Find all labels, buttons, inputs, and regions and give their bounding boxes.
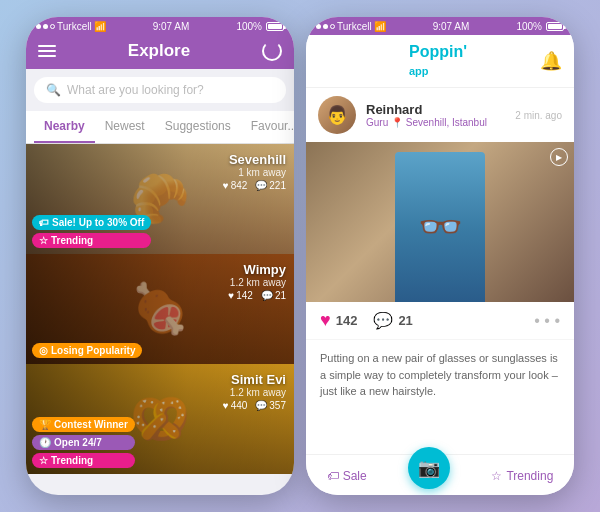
badge-losing-popularity: ◎ Losing Popularity — [32, 343, 142, 358]
heart-icon-1: ♥ — [223, 180, 229, 191]
sevenhill-name: Sevenhill — [223, 152, 286, 167]
poppin-logo: Poppin' app — [409, 43, 467, 79]
nav-trending-label: Trending — [506, 469, 553, 483]
clock-2: 9:07 AM — [433, 21, 470, 32]
wifi-icon: 📶 — [94, 21, 106, 32]
circle-icon: ◎ — [39, 345, 48, 356]
user-name: Reinhard — [366, 102, 505, 117]
menu-line-6 — [318, 65, 336, 67]
battery-percent-2: 100% — [516, 21, 542, 32]
simit-name: Simit Evi — [223, 372, 286, 387]
wimpy-info: Wimpy 1.2 km away ♥ 142 💬 21 — [228, 262, 286, 301]
feed-item-wimpy[interactable]: 🍖 Wimpy 1.2 km away ♥ 142 💬 21 — [26, 254, 294, 364]
search-icon: 🔍 — [46, 83, 61, 97]
status-right-1: 100% — [236, 21, 284, 32]
sevenhill-comment-count: 221 — [269, 180, 286, 191]
badge-open-247: 🕐 Open 24/7 — [32, 435, 135, 450]
status-bar-1: Turkcell 📶 9:07 AM 100% — [26, 17, 294, 35]
menu-line-2 — [38, 50, 56, 52]
tab-nearby[interactable]: Nearby — [34, 111, 95, 143]
signal-dot-3 — [50, 24, 55, 29]
feed-item-sevenhill[interactable]: 🥐 Sevenhill 1 km away ♥ 842 💬 221 — [26, 144, 294, 254]
explore-title: Explore — [128, 41, 190, 61]
carrier-name-2: Turkcell — [337, 21, 372, 32]
battery-fill-1 — [268, 24, 282, 29]
simit-stats: ♥ 440 💬 357 — [223, 400, 286, 411]
search-placeholder: What are you looking for? — [67, 83, 204, 97]
battery-fill-2 — [548, 24, 562, 29]
carrier-name: Turkcell — [57, 21, 92, 32]
comment-action[interactable]: 💬 21 — [373, 311, 412, 330]
menu-line-1 — [38, 45, 56, 47]
status-bar-2: Turkcell 📶 9:07 AM 100% — [306, 17, 574, 35]
post-timestamp: 2 min. ago — [515, 110, 562, 121]
poppin-logo-text: Poppin' — [409, 43, 467, 60]
poppin-phone: Turkcell 📶 9:07 AM 100% Poppin' app — [306, 17, 574, 495]
post-image: 👓 ▶ — [306, 142, 574, 302]
poppin-header: Poppin' app 🔔 — [306, 35, 574, 88]
tabs-bar: Nearby Newest Suggestions Favour... — [26, 111, 294, 144]
nav-sale[interactable]: 🏷 Sale — [327, 469, 367, 483]
battery-icon-2 — [546, 22, 564, 31]
refresh-button[interactable] — [262, 41, 282, 61]
menu-line-4 — [318, 55, 336, 57]
simit-info: Simit Evi 1.2 km away ♥ 440 💬 357 — [223, 372, 286, 411]
tag-icon: 🏷 — [39, 217, 49, 228]
sevenhill-info: Sevenhill 1 km away ♥ 842 💬 221 — [223, 152, 286, 191]
sevenhill-comments: 💬 221 — [255, 180, 286, 191]
wimpy-stats: ♥ 142 💬 21 — [228, 290, 286, 301]
wimpy-likes: ♥ 142 — [228, 290, 253, 301]
user-location: Sevenhill, Istanbul — [406, 117, 487, 128]
tab-newest[interactable]: Newest — [95, 111, 155, 143]
sale-tag-icon: 🏷 — [327, 469, 339, 483]
comment-icon-1: 💬 — [255, 180, 267, 191]
simit-distance: 1.2 km away — [223, 387, 286, 398]
star-icon-3: ☆ — [39, 455, 48, 466]
simit-badges: 🏆 Contest Winner 🕐 Open 24/7 ☆ Trending — [32, 417, 135, 468]
tab-favourite[interactable]: Favour... — [241, 111, 294, 143]
wimpy-distance: 1.2 km away — [228, 277, 286, 288]
clock-1: 9:07 AM — [153, 21, 190, 32]
wimpy-badges: ◎ Losing Popularity — [32, 343, 142, 358]
play-button[interactable]: ▶ — [550, 148, 568, 166]
trending-star-icon: ☆ — [491, 469, 502, 483]
simit-like-count: 440 — [231, 400, 248, 411]
camera-icon: 📷 — [418, 457, 440, 479]
poppin-menu-button[interactable] — [318, 55, 336, 67]
like-count: 142 — [336, 313, 358, 328]
wimpy-name: Wimpy — [228, 262, 286, 277]
star-icon-1: ☆ — [39, 235, 48, 246]
like-action[interactable]: ♥ 142 — [320, 310, 357, 331]
sevenhill-badges: 🏷 Sale! Up to 30% Off ☆ Trending — [32, 215, 151, 248]
feed-item-simit[interactable]: 🥨 Simit Evi 1.2 km away ♥ 440 💬 357 — [26, 364, 294, 474]
wimpy-like-count: 142 — [236, 290, 253, 301]
menu-button[interactable] — [38, 45, 56, 57]
nav-sale-label: Sale — [343, 469, 367, 483]
badge-contest-winner: 🏆 Contest Winner — [32, 417, 135, 432]
simit-likes: ♥ 440 — [223, 400, 248, 411]
badge-trending-1: ☆ Trending — [32, 233, 151, 248]
menu-line-5 — [318, 60, 336, 62]
badge-sale: 🏷 Sale! Up to 30% Off — [32, 215, 151, 230]
person-figure: 👓 — [395, 152, 485, 302]
signal-dot-4 — [316, 24, 321, 29]
more-options-button[interactable]: • • • — [534, 312, 560, 330]
menu-line-3 — [38, 55, 56, 57]
trophy-icon: 🏆 — [39, 419, 51, 430]
status-left-1: Turkcell 📶 — [36, 21, 106, 32]
wimpy-comments: 💬 21 — [261, 290, 286, 301]
bottom-navigation: 🏷 Sale 📷 ☆ Trending — [306, 454, 574, 495]
sevenhill-distance: 1 km away — [223, 167, 286, 178]
tab-suggestions[interactable]: Suggestions — [155, 111, 241, 143]
heart-icon-3: ♥ — [223, 400, 229, 411]
guru-label: Guru — [366, 117, 388, 128]
user-avatar: 👨 — [318, 96, 356, 134]
explore-feed: 🥐 Sevenhill 1 km away ♥ 842 💬 221 — [26, 144, 294, 495]
user-role: Guru 📍 Sevenhill, Istanbul — [366, 117, 505, 128]
nav-trending[interactable]: ☆ Trending — [491, 469, 553, 483]
notification-bell[interactable]: 🔔 — [540, 50, 562, 72]
signal-dot-6 — [330, 24, 335, 29]
nav-camera-button[interactable]: 📷 — [408, 447, 450, 489]
search-bar[interactable]: 🔍 What are you looking for? — [34, 77, 286, 103]
heart-icon-post: ♥ — [320, 310, 331, 331]
